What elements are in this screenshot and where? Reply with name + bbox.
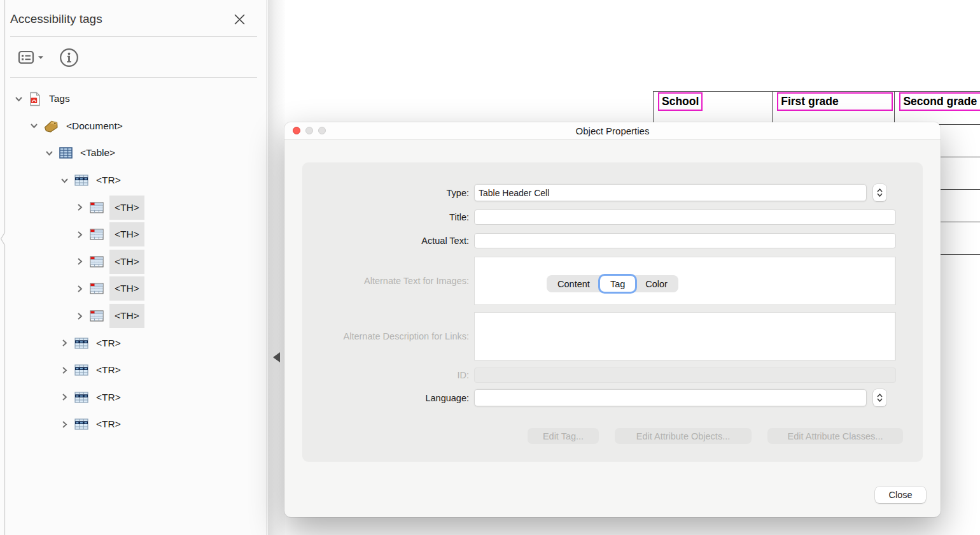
type-field[interactable] (474, 184, 867, 201)
table-row-icon (74, 418, 88, 430)
chevron-right-icon[interactable] (75, 284, 84, 293)
table-header-icon (90, 229, 104, 240)
highlighted-th-cell[interactable]: School (658, 92, 703, 111)
language-label: Language: (333, 393, 474, 403)
tree-item-tr[interactable]: <TR> (0, 329, 267, 357)
tree-item-tr[interactable]: <TR> (0, 384, 267, 411)
info-icon (59, 48, 79, 68)
tree-item-document[interactable]: <Document> (0, 113, 267, 140)
dialog-titlebar[interactable]: Object Properties (284, 122, 941, 139)
tag-icon (44, 120, 59, 132)
tree-item-label: <TH> (109, 196, 144, 220)
table-header-icon (90, 202, 104, 213)
table-row: School First grade Second grade Third gr… (654, 92, 980, 125)
type-stepper[interactable] (873, 184, 886, 201)
collapse-panel-arrow-icon[interactable] (273, 352, 280, 362)
edit-tag-button: Edit Tag... (528, 428, 599, 444)
tree-item-th[interactable]: <TH> (0, 248, 267, 276)
id-field (474, 367, 896, 383)
divider (10, 77, 257, 78)
chevron-down-icon[interactable] (14, 94, 23, 103)
highlighted-th-cell[interactable]: Second grade (899, 92, 980, 111)
tree-item-th[interactable]: <TH> (0, 303, 267, 330)
chevron-right-icon[interactable] (75, 257, 84, 266)
tree-item-label: <TH> (109, 250, 144, 274)
chevron-right-icon[interactable] (60, 420, 69, 429)
divider (10, 36, 257, 37)
type-label: Type: (333, 188, 474, 198)
chevron-down-icon (38, 55, 44, 60)
info-button[interactable] (59, 48, 79, 68)
tree-item-label: <TH> (109, 304, 144, 328)
panel-gutter (268, 0, 285, 535)
chevron-right-icon[interactable] (75, 311, 84, 320)
table-header-icon (90, 256, 104, 268)
tree-item-label: <Document> (64, 119, 125, 133)
table-row-icon (74, 175, 88, 186)
table-row-icon (74, 392, 88, 403)
tree-item-table[interactable]: <Table> (0, 139, 267, 167)
tree-item-label: <TR> (94, 336, 123, 350)
tree-item-tr[interactable]: <TR> (0, 357, 267, 384)
chevron-up-icon (877, 394, 883, 397)
dialog-title: Object Properties (284, 125, 941, 136)
tree-item-label: <TR> (94, 363, 123, 377)
actual-text-label: Actual Text: (333, 236, 474, 246)
chevron-right-icon[interactable] (60, 366, 69, 374)
language-stepper[interactable] (873, 389, 886, 406)
tab-content[interactable]: Content (547, 276, 600, 292)
alt-desc-links-field (474, 312, 896, 360)
chevron-down-icon[interactable] (29, 122, 38, 131)
tree-item-th[interactable]: <TH> (0, 221, 267, 248)
tag-options-menu-button[interactable] (18, 49, 44, 66)
chevron-right-icon[interactable] (75, 203, 84, 212)
tree-item-label: <Table> (78, 146, 117, 160)
highlighted-th-cell[interactable]: First grade (777, 92, 893, 111)
alt-desc-links-label: Alternate Description for Links: (333, 331, 474, 341)
table-header-icon (90, 310, 104, 322)
tree-item-tags[interactable]: Tags (0, 85, 267, 113)
edit-attribute-objects-button: Edit Attribute Objects... (615, 428, 752, 444)
tree-item-tr[interactable]: <TR> (0, 411, 267, 438)
title-label: Title: (333, 212, 474, 222)
actual-text-field[interactable] (474, 233, 896, 248)
tree-item-th[interactable]: <TH> (0, 194, 267, 221)
title-field[interactable] (474, 210, 896, 225)
options-list-icon (18, 49, 34, 66)
tab-color[interactable]: Color (635, 276, 678, 292)
tree-item-label: <TH> (109, 222, 144, 246)
close-icon[interactable] (232, 11, 247, 27)
tab-tag[interactable]: Tag (600, 276, 635, 292)
tree-item-th[interactable]: <TH> (0, 275, 267, 303)
tree-item-tr[interactable]: <TR> (0, 167, 267, 194)
id-label: ID: (333, 370, 474, 380)
chevron-right-icon[interactable] (75, 230, 84, 239)
table-row-icon (74, 364, 88, 376)
tree-item-label: Tags (47, 92, 72, 106)
chevron-down-icon[interactable] (45, 148, 53, 157)
chevron-right-icon[interactable] (60, 339, 69, 348)
table-row-icon (74, 338, 88, 349)
edit-attribute-classes-button: Edit Attribute Classes... (767, 428, 903, 444)
tree-item-label: <TR> (94, 417, 123, 431)
chevron-down-icon (877, 193, 883, 197)
chevron-right-icon[interactable] (60, 393, 69, 402)
table-icon (59, 147, 73, 159)
table-header-icon (90, 283, 104, 294)
panel-title: Accessibility tags (10, 12, 102, 26)
dialog-tab-bar: Content Tag Color (547, 275, 678, 292)
close-button[interactable]: Close (875, 487, 926, 503)
tree-item-label: <TH> (109, 276, 144, 301)
tree-item-label: <TR> (94, 390, 123, 404)
object-properties-dialog: Object Properties Content Tag Color Type… (284, 122, 941, 517)
chevron-down-icon (877, 398, 883, 402)
chevron-down-icon[interactable] (60, 176, 69, 185)
acrobat-window: School First grade Second grade Third gr… (0, 0, 980, 535)
language-field[interactable] (474, 389, 867, 406)
tree-item-label: <TR> (94, 173, 123, 187)
pdf-root-icon (29, 92, 41, 106)
accessibility-tags-panel: Accessibility tags (0, 0, 267, 535)
tags-tree: Tags <Document> <Table> (0, 85, 267, 438)
chevron-up-icon (877, 189, 883, 192)
